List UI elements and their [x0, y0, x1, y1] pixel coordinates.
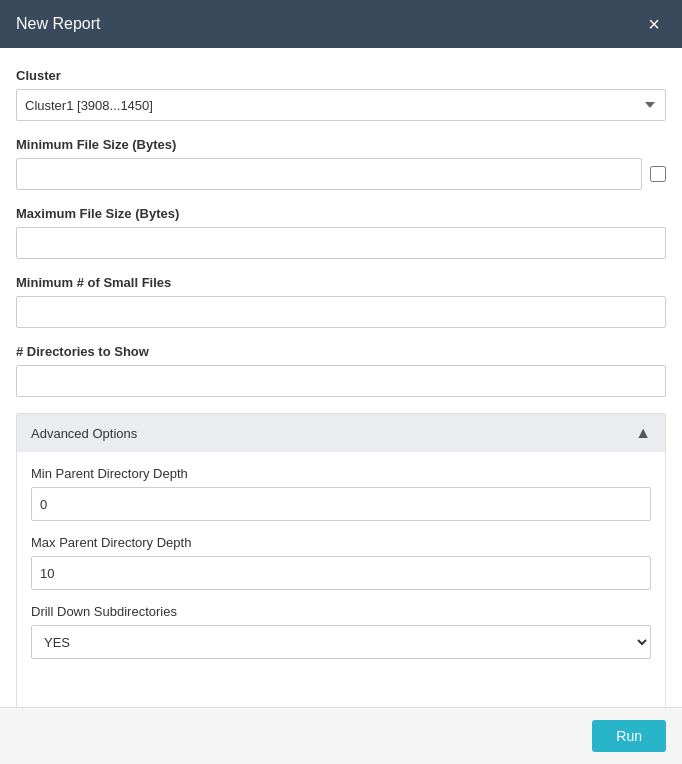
min-file-size-input[interactable] — [16, 158, 642, 190]
num-directories-group: # Directories to Show — [16, 344, 666, 397]
max-depth-input[interactable] — [31, 556, 651, 590]
advanced-options-toggle[interactable]: Advanced Options ▲ — [17, 414, 665, 452]
modal-header: New Report × — [0, 0, 682, 48]
num-directories-input[interactable] — [16, 365, 666, 397]
min-depth-group: Min Parent Directory Depth — [31, 466, 651, 521]
min-depth-label: Min Parent Directory Depth — [31, 466, 651, 481]
min-file-size-checkbox-wrapper — [650, 166, 666, 182]
min-depth-input[interactable] — [31, 487, 651, 521]
min-size-row — [16, 158, 666, 190]
run-button[interactable]: Run — [592, 720, 666, 752]
num-directories-label: # Directories to Show — [16, 344, 666, 359]
min-file-size-group: Minimum File Size (Bytes) — [16, 137, 666, 190]
advanced-options-title: Advanced Options — [31, 426, 137, 441]
max-file-size-input[interactable] — [16, 227, 666, 259]
max-depth-label: Max Parent Directory Depth — [31, 535, 651, 550]
chevron-up-icon: ▲ — [635, 424, 651, 442]
min-small-files-group: Minimum # of Small Files — [16, 275, 666, 328]
modal-title: New Report — [16, 15, 100, 33]
max-depth-group: Max Parent Directory Depth — [31, 535, 651, 590]
min-small-files-input[interactable] — [16, 296, 666, 328]
min-file-size-label: Minimum File Size (Bytes) — [16, 137, 666, 152]
max-file-size-group: Maximum File Size (Bytes) — [16, 206, 666, 259]
cluster-label: Cluster — [16, 68, 666, 83]
min-file-size-checkbox[interactable] — [650, 166, 666, 182]
close-button[interactable]: × — [642, 12, 666, 36]
drill-down-group: Drill Down Subdirectories YES NO — [31, 604, 651, 659]
advanced-options-body: Min Parent Directory Depth Max Parent Di… — [17, 452, 665, 707]
extra-space — [31, 673, 651, 707]
cluster-group: Cluster Cluster1 [3908...1450] — [16, 68, 666, 121]
cluster-select[interactable]: Cluster1 [3908...1450] — [16, 89, 666, 121]
cluster-row: Cluster1 [3908...1450] — [16, 89, 666, 121]
max-file-size-label: Maximum File Size (Bytes) — [16, 206, 666, 221]
drill-down-label: Drill Down Subdirectories — [31, 604, 651, 619]
drill-down-select[interactable]: YES NO — [31, 625, 651, 659]
modal-body: Cluster Cluster1 [3908...1450] Minimum F… — [0, 48, 682, 707]
advanced-section: Advanced Options ▲ Min Parent Directory … — [16, 413, 666, 707]
new-report-modal: New Report × Cluster Cluster1 [3908...14… — [0, 0, 682, 764]
min-small-files-label: Minimum # of Small Files — [16, 275, 666, 290]
modal-footer: Run — [0, 707, 682, 764]
